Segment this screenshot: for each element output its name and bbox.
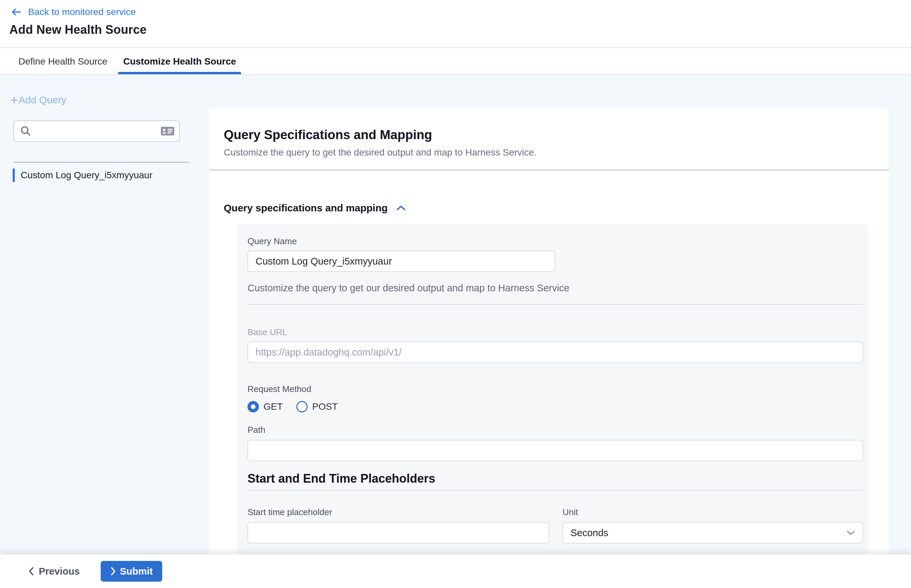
request-method-label: Request Method <box>247 384 863 394</box>
content-area: + Add Query <box>0 76 911 554</box>
base-url-input[interactable] <box>247 341 863 363</box>
submit-button[interactable]: Submit <box>101 561 162 582</box>
section-collapse-toggle[interactable] <box>396 204 406 212</box>
radio-get[interactable]: GET <box>247 401 283 412</box>
card-head-divider <box>209 170 889 170</box>
page-title: Add New Health Source <box>10 23 911 37</box>
card-body: Query specifications and mapping Query N… <box>209 202 889 554</box>
tab-customize-health-source[interactable]: Customize Health Source <box>123 48 236 74</box>
path-input[interactable] <box>247 440 863 461</box>
back-to-monitored-service-link[interactable]: Back to monitored service <box>10 6 136 18</box>
top-header: Back to monitored service Add New Health… <box>0 0 911 48</box>
start-time-placeholder-label: Start time placeholder <box>247 507 549 517</box>
chevron-left-icon <box>28 567 34 576</box>
wizard-footer: Previous Submit <box>0 554 911 588</box>
unit-label: Unit <box>562 507 863 517</box>
query-list-item[interactable]: Custom Log Query_i5xmyyuaur <box>0 169 209 182</box>
start-time-placeholder-input[interactable] <box>247 522 549 543</box>
placeholders-heading: Start and End Time Placeholders <box>247 471 863 486</box>
wizard-tabs: Define Health Source Customize Health So… <box>0 48 911 75</box>
card-list-icon[interactable] <box>160 126 174 136</box>
chevron-right-icon <box>110 567 116 576</box>
query-name-label: Query Name <box>247 236 863 246</box>
card-header: Query Specifications and Mapping Customi… <box>209 109 889 158</box>
unit-select-value: Seconds <box>570 527 608 538</box>
magnifier-icon <box>20 125 31 137</box>
plus-icon: + <box>10 95 18 105</box>
radio-get-label: GET <box>263 401 283 412</box>
submit-button-label: Submit <box>120 566 153 577</box>
request-method-group: GET POST <box>247 401 863 412</box>
previous-button-label: Previous <box>39 566 80 577</box>
radio-post[interactable]: POST <box>296 401 338 412</box>
query-name-input[interactable] <box>247 250 555 272</box>
base-url-label: Base URL <box>247 328 863 337</box>
query-search-input[interactable] <box>36 126 160 136</box>
section-title: Query specifications and mapping <box>224 202 388 214</box>
query-spec-card: Query Specifications and Mapping Customi… <box>209 109 889 554</box>
add-query-label: Add Query <box>18 94 66 106</box>
placeholders-divider <box>247 490 863 491</box>
query-item-label: Custom Log Query_i5xmyyuaur <box>21 169 152 182</box>
chevron-up-icon <box>396 204 406 212</box>
query-sidebar: + Add Query <box>0 76 209 554</box>
card-subheading: Customize the query to get the desired o… <box>224 147 875 158</box>
back-link-label: Back to monitored service <box>28 7 136 18</box>
arrow-left-icon <box>10 6 22 18</box>
unit-select[interactable]: Seconds <box>562 522 863 543</box>
query-form-panel: Query Name Customize the query to get ou… <box>236 224 869 554</box>
card-heading: Query Specifications and Mapping <box>224 127 875 142</box>
tab-define-health-source[interactable]: Define Health Source <box>18 48 107 74</box>
sidebar-divider <box>13 162 189 163</box>
add-query-button[interactable]: + Add Query <box>10 94 66 106</box>
query-search-box <box>13 120 180 142</box>
path-label: Path <box>247 425 863 435</box>
chevron-down-icon <box>846 530 856 536</box>
form-divider <box>247 304 863 305</box>
page: Back to monitored service Add New Health… <box>0 0 911 588</box>
radio-post-circle <box>296 401 308 412</box>
radio-post-label: POST <box>312 401 338 412</box>
active-query-indicator <box>13 169 15 182</box>
radio-get-circle <box>247 401 259 412</box>
previous-button[interactable]: Previous <box>28 566 80 577</box>
query-helper-text: Customize the query to get our desired o… <box>247 283 863 293</box>
